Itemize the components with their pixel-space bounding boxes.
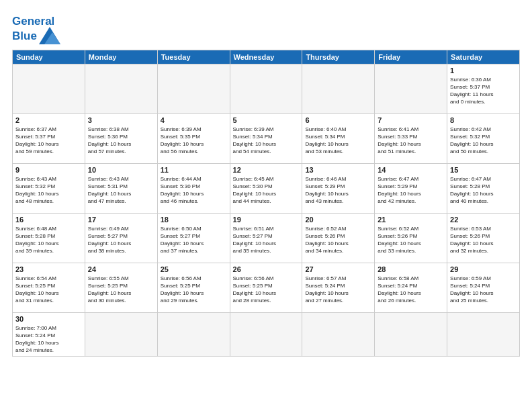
day-number: 16: [15, 216, 82, 224]
day-number: 2: [15, 116, 82, 124]
calendar-week-row: 23Sunrise: 6:54 AM Sunset: 5:25 PM Dayli…: [13, 263, 520, 312]
calendar-day-cell: [85, 64, 157, 113]
weekday-header-sunday: Sunday: [13, 50, 85, 64]
day-info: Sunrise: 6:52 AM Sunset: 5:26 PM Dayligh…: [378, 225, 444, 255]
day-info: Sunrise: 6:46 AM Sunset: 5:29 PM Dayligh…: [305, 175, 371, 205]
calendar-day-cell: 12Sunrise: 6:45 AM Sunset: 5:30 PM Dayli…: [230, 163, 302, 213]
calendar-day-cell: 29Sunrise: 6:59 AM Sunset: 5:24 PM Dayli…: [447, 263, 520, 312]
day-number: 3: [88, 116, 154, 124]
day-info: Sunrise: 6:56 AM Sunset: 5:25 PM Dayligh…: [233, 275, 300, 305]
weekday-header-wednesday: Wednesday: [230, 50, 302, 64]
weekday-header-tuesday: Tuesday: [157, 50, 230, 64]
day-info: Sunrise: 6:39 AM Sunset: 5:35 PM Dayligh…: [161, 126, 227, 156]
day-info: Sunrise: 6:48 AM Sunset: 5:28 PM Dayligh…: [15, 225, 82, 255]
calendar-day-cell: 30Sunrise: 7:00 AM Sunset: 5:24 PM Dayli…: [13, 312, 85, 357]
calendar-day-cell: 5Sunrise: 6:39 AM Sunset: 5:34 PM Daylig…: [230, 113, 302, 163]
calendar-day-cell: [447, 312, 520, 357]
page-header: General Blue: [12, 12, 520, 44]
weekday-header-saturday: Saturday: [447, 50, 520, 64]
weekday-header-thursday: Thursday: [302, 50, 375, 64]
day-number: 28: [378, 265, 444, 273]
calendar-day-cell: 11Sunrise: 6:44 AM Sunset: 5:30 PM Dayli…: [157, 163, 230, 213]
day-info: Sunrise: 6:44 AM Sunset: 5:30 PM Dayligh…: [161, 175, 227, 205]
day-number: 22: [450, 216, 517, 224]
day-info: Sunrise: 6:59 AM Sunset: 5:24 PM Dayligh…: [450, 275, 517, 305]
day-info: Sunrise: 6:42 AM Sunset: 5:32 PM Dayligh…: [450, 126, 517, 156]
calendar-day-cell: 15Sunrise: 6:47 AM Sunset: 5:28 PM Dayli…: [447, 163, 520, 213]
day-info: Sunrise: 6:39 AM Sunset: 5:34 PM Dayligh…: [233, 126, 300, 156]
day-number: 8: [450, 116, 517, 124]
day-info: Sunrise: 6:47 AM Sunset: 5:29 PM Dayligh…: [378, 175, 444, 205]
day-info: Sunrise: 7:00 AM Sunset: 5:24 PM Dayligh…: [15, 324, 82, 355]
calendar-day-cell: [375, 312, 447, 357]
calendar-day-cell: 22Sunrise: 6:53 AM Sunset: 5:26 PM Dayli…: [447, 213, 520, 263]
calendar-day-cell: 20Sunrise: 6:52 AM Sunset: 5:26 PM Dayli…: [302, 213, 375, 263]
day-number: 13: [305, 166, 371, 174]
calendar-day-cell: [375, 64, 447, 113]
calendar-day-cell: 1Sunrise: 6:36 AM Sunset: 5:37 PM Daylig…: [447, 64, 520, 113]
calendar-table: SundayMondayTuesdayWednesdayThursdayFrid…: [12, 50, 520, 357]
day-number: 4: [161, 116, 227, 124]
day-info: Sunrise: 6:55 AM Sunset: 5:25 PM Dayligh…: [88, 275, 154, 305]
calendar-day-cell: [157, 64, 230, 113]
calendar-day-cell: 4Sunrise: 6:39 AM Sunset: 5:35 PM Daylig…: [157, 113, 230, 163]
calendar-day-cell: 9Sunrise: 6:43 AM Sunset: 5:32 PM Daylig…: [13, 163, 85, 213]
day-number: 14: [378, 166, 444, 174]
day-number: 23: [15, 265, 82, 273]
weekday-header-friday: Friday: [375, 50, 447, 64]
day-info: Sunrise: 6:53 AM Sunset: 5:26 PM Dayligh…: [450, 225, 517, 255]
calendar-week-row: 2Sunrise: 6:37 AM Sunset: 5:37 PM Daylig…: [13, 113, 520, 163]
calendar-day-cell: 19Sunrise: 6:51 AM Sunset: 5:27 PM Dayli…: [230, 213, 302, 263]
day-number: 25: [161, 265, 227, 273]
calendar-day-cell: 23Sunrise: 6:54 AM Sunset: 5:25 PM Dayli…: [13, 263, 85, 312]
day-number: 19: [233, 216, 300, 224]
day-info: Sunrise: 6:52 AM Sunset: 5:26 PM Dayligh…: [305, 225, 371, 255]
day-info: Sunrise: 6:38 AM Sunset: 5:36 PM Dayligh…: [88, 126, 154, 156]
day-info: Sunrise: 6:43 AM Sunset: 5:31 PM Dayligh…: [88, 175, 154, 205]
day-number: 7: [378, 116, 444, 124]
day-info: Sunrise: 6:36 AM Sunset: 5:37 PM Dayligh…: [450, 76, 517, 106]
day-info: Sunrise: 6:56 AM Sunset: 5:25 PM Dayligh…: [161, 275, 227, 305]
day-number: 11: [161, 166, 227, 174]
calendar-day-cell: [302, 64, 375, 113]
calendar-day-cell: 13Sunrise: 6:46 AM Sunset: 5:29 PM Dayli…: [302, 163, 375, 213]
calendar-day-cell: 7Sunrise: 6:41 AM Sunset: 5:33 PM Daylig…: [375, 113, 447, 163]
calendar-day-cell: 17Sunrise: 6:49 AM Sunset: 5:27 PM Dayli…: [85, 213, 157, 263]
calendar-day-cell: 28Sunrise: 6:58 AM Sunset: 5:24 PM Dayli…: [375, 263, 447, 312]
day-number: 27: [305, 265, 371, 273]
calendar-day-cell: [230, 64, 302, 113]
calendar-week-row: 30Sunrise: 7:00 AM Sunset: 5:24 PM Dayli…: [13, 312, 520, 357]
day-info: Sunrise: 6:49 AM Sunset: 5:27 PM Dayligh…: [88, 225, 154, 255]
day-info: Sunrise: 6:58 AM Sunset: 5:24 PM Dayligh…: [378, 275, 444, 305]
weekday-header-row: SundayMondayTuesdayWednesdayThursdayFrid…: [13, 50, 520, 64]
calendar-day-cell: 18Sunrise: 6:50 AM Sunset: 5:27 PM Dayli…: [157, 213, 230, 263]
day-info: Sunrise: 6:54 AM Sunset: 5:25 PM Dayligh…: [15, 275, 82, 305]
calendar-day-cell: [13, 64, 85, 113]
calendar-day-cell: 26Sunrise: 6:56 AM Sunset: 5:25 PM Dayli…: [230, 263, 302, 312]
day-number: 24: [88, 265, 154, 273]
calendar-day-cell: [302, 312, 375, 357]
day-info: Sunrise: 6:47 AM Sunset: 5:28 PM Dayligh…: [450, 175, 517, 205]
calendar-week-row: 9Sunrise: 6:43 AM Sunset: 5:32 PM Daylig…: [13, 163, 520, 213]
day-number: 9: [15, 166, 82, 174]
calendar-day-cell: 8Sunrise: 6:42 AM Sunset: 5:32 PM Daylig…: [447, 113, 520, 163]
calendar-day-cell: [230, 312, 302, 357]
day-info: Sunrise: 6:41 AM Sunset: 5:33 PM Dayligh…: [378, 126, 444, 156]
day-number: 20: [305, 216, 371, 224]
calendar-week-row: 16Sunrise: 6:48 AM Sunset: 5:28 PM Dayli…: [13, 213, 520, 263]
calendar-day-cell: 24Sunrise: 6:55 AM Sunset: 5:25 PM Dayli…: [85, 263, 157, 312]
day-number: 6: [305, 116, 371, 124]
day-number: 10: [88, 166, 154, 174]
calendar-day-cell: 27Sunrise: 6:57 AM Sunset: 5:24 PM Dayli…: [302, 263, 375, 312]
calendar-week-row: 1Sunrise: 6:36 AM Sunset: 5:37 PM Daylig…: [13, 64, 520, 113]
calendar-day-cell: 3Sunrise: 6:38 AM Sunset: 5:36 PM Daylig…: [85, 113, 157, 163]
day-number: 26: [233, 265, 300, 273]
calendar-day-cell: 14Sunrise: 6:47 AM Sunset: 5:29 PM Dayli…: [375, 163, 447, 213]
day-number: 12: [233, 166, 300, 174]
calendar-day-cell: 2Sunrise: 6:37 AM Sunset: 5:37 PM Daylig…: [13, 113, 85, 163]
day-number: 1: [450, 66, 517, 75]
day-info: Sunrise: 6:37 AM Sunset: 5:37 PM Dayligh…: [15, 126, 82, 156]
day-number: 30: [15, 315, 82, 323]
weekday-header-monday: Monday: [85, 50, 157, 64]
day-info: Sunrise: 6:43 AM Sunset: 5:32 PM Dayligh…: [15, 175, 82, 205]
